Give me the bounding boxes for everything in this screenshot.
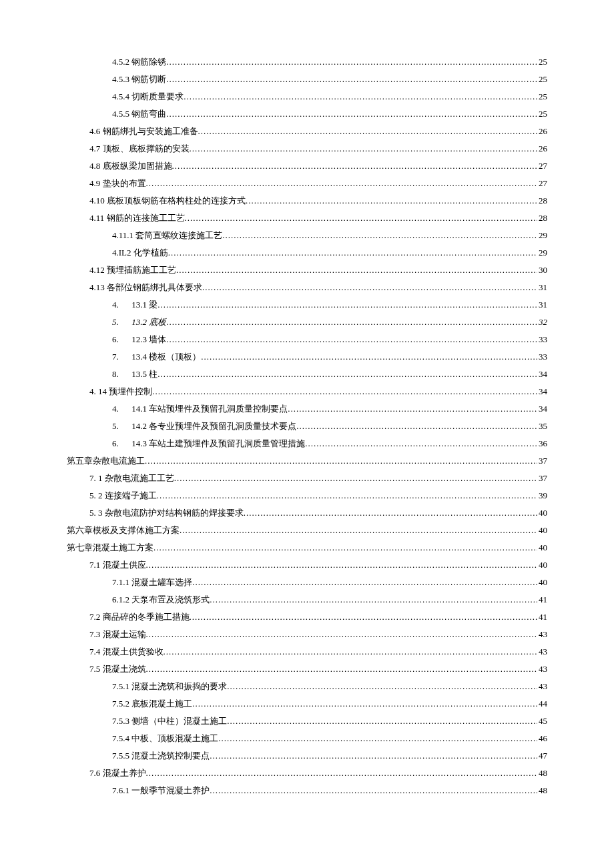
toc-entry: 4.9 垫块的布置 27 (67, 175, 547, 192)
toc-page-number: 28 (537, 209, 547, 227)
toc-page-number: 39 (537, 487, 547, 504)
toc-entry: 5. 2 连接端子施工 39 (67, 487, 547, 504)
toc-leader-dots (166, 53, 537, 71)
toc-entry: 4.IL2 化学植筋 29 (67, 244, 547, 262)
toc-entry: 4.5.5 钢筋弯曲 25 (67, 105, 547, 123)
toc-entry: 8. 13.5 柱 34 (67, 366, 547, 383)
toc-label: 4. 14.1 车站预埋件及预留孔洞质量控制要点 (112, 400, 288, 418)
toc-leader-dots (210, 591, 537, 608)
toc-list-number: 4. (89, 386, 96, 396)
toc-leader-dots (222, 227, 537, 244)
toc-label: 7.5.4 中板、顶板混凝土施工 (112, 730, 218, 747)
toc-entry: 4.8 底板纵梁加固措施 27 (67, 157, 547, 175)
toc-leader-dots (166, 71, 537, 88)
toc-page-number: 29 (537, 244, 547, 262)
toc-label: 6.1.2 天泵布置及浇筑形式 (112, 591, 210, 608)
toc-entry: 7.2 商品碎的冬季施工措施 41 (67, 608, 547, 626)
toc-page-number: 40 (537, 574, 547, 591)
toc-leader-dots (227, 713, 537, 730)
toc-label: 4.5.4 切断质量要求 (112, 88, 184, 105)
toc-entry: 7. 1 杂散电流施工工艺 37 (67, 470, 547, 487)
toc-label: 6. 12.3 墙体 (112, 331, 166, 348)
toc-leader-dots (146, 556, 538, 574)
toc-label: 4.6 钢筋绑扎与安装施工准备 (89, 123, 198, 140)
toc-label: 4.10 底板顶板钢筋在格构柱处的连接方式 (89, 192, 246, 209)
toc-label: 4.7 顶板、底板撑筋的安装 (89, 140, 190, 157)
toc-leader-dots (192, 574, 537, 591)
toc-label: 第五章杂散电流施工 (67, 452, 145, 470)
toc-page-number: 33 (537, 348, 547, 366)
toc-page-number: 45 (537, 713, 547, 730)
toc-entry: 4.11.1 套筒直螺纹连接施工艺 29 (67, 227, 547, 244)
toc-list-number: 7. (112, 348, 129, 366)
toc-leader-dots (210, 747, 537, 765)
toc-label: 5. 3 杂散电流防护对结构钢筋的焊接要求 (89, 504, 244, 522)
toc-label: 7.5.1 混凝土浇筑和振捣的要求 (112, 678, 227, 695)
toc-leader-dots (166, 105, 537, 123)
toc-list-number: 5. (112, 418, 129, 435)
toc-label: 7.3 混凝土运输 (89, 626, 146, 643)
toc-label: 4.5.3 钢筋切断 (112, 71, 166, 88)
toc-page-number: 26 (537, 140, 547, 157)
toc-entry: 5. 13.2 底板 32 (67, 314, 547, 331)
toc-label: 4.12 预埋插筋施工工艺 (89, 262, 176, 279)
toc-page-number: 41 (537, 608, 547, 626)
toc-page-number: 40 (537, 539, 547, 556)
toc-entry: 7.5.5 混凝土浇筑控制要点 47 (67, 747, 547, 765)
toc-leader-dots (157, 487, 537, 504)
toc-leader-dots (190, 140, 538, 157)
toc-entry: 7.6 混凝土养护 48 (67, 765, 547, 782)
toc-list-number: 6. (112, 331, 129, 348)
toc-page-number: 40 (537, 504, 547, 522)
toc-entry: 7.5 混凝土浇筑 43 (67, 661, 547, 678)
toc-label: 7.2 商品碎的冬季施工措施 (89, 608, 190, 626)
toc-entry: 7. 13.4 楼板（顶板） 33 (67, 348, 547, 366)
toc-leader-dots (198, 123, 538, 140)
toc-leader-dots (154, 539, 537, 556)
toc-label: 4.5.5 钢筋弯曲 (112, 105, 166, 123)
toc-label: 7.5.3 侧墙（中柱）混凝土施工 (112, 713, 227, 730)
toc-label-text: 14.3 车站土建预埋件及预留孔洞质量管理措施 (129, 438, 305, 448)
toc-leader-dots (146, 626, 538, 643)
toc-entry: 4. 14 预埋件控制 34 (67, 383, 547, 400)
toc-label: 4.11 钢筋的连接施工工艺 (89, 209, 185, 227)
toc-entry: 7.6.1 一般季节混凝土养护 48 (67, 782, 547, 799)
toc-page-number: 32 (537, 314, 547, 331)
toc-entry: 7.1.1 混凝土罐车选择 40 (67, 574, 547, 591)
toc-page-number: 48 (537, 782, 547, 799)
toc-page-number: 40 (537, 522, 547, 539)
toc-leader-dots (172, 157, 538, 175)
toc-page-number: 31 (537, 296, 547, 314)
toc-entry: 4.5.3 钢筋切断 25 (67, 71, 547, 88)
toc-label: 4. 13.1 梁 (112, 296, 158, 314)
toc-label-text: 2 连接端子施工 (96, 490, 157, 500)
toc-label: 7.5.5 混凝土浇筑控制要点 (112, 747, 210, 765)
toc-label: 4.IL2 化学植筋 (112, 244, 168, 262)
toc-leader-dots (201, 348, 537, 366)
toc-label: 5. 13.2 底板 (112, 314, 166, 331)
toc-entry: 4.10 底板顶板钢筋在格构柱处的连接方式 28 (67, 192, 547, 209)
toc-page-number: 34 (537, 383, 547, 400)
toc-label: 7.6.1 一般季节混凝土养护 (112, 782, 210, 799)
toc-label-text: 12.3 墙体 (129, 334, 166, 344)
toc-page-number: 37 (537, 452, 547, 470)
toc-entry: 4.13 各部位钢筋绑扎具体要求 31 (67, 279, 547, 296)
toc-leader-dots (218, 730, 537, 747)
toc-label: 第六章模板及支撑体施工方案 (67, 522, 180, 539)
toc-page-number: 25 (537, 71, 547, 88)
toc-label-text: 13.1 梁 (129, 300, 158, 310)
toc-entry: 4.7 顶板、底板撑筋的安装 26 (67, 140, 547, 157)
toc-page-number: 25 (537, 88, 547, 105)
toc-leader-dots (202, 279, 537, 296)
toc-leader-dots (296, 418, 537, 435)
toc-leader-dots (305, 435, 537, 452)
toc-leader-dots (166, 331, 537, 348)
toc-list-number: 5. (89, 508, 96, 518)
toc-page-number: 28 (537, 192, 547, 209)
toc-page-number: 43 (537, 643, 547, 661)
toc-entry: 第七章混凝土施工方案 40 (67, 539, 547, 556)
toc-leader-dots (227, 678, 537, 695)
toc-label: 4.13 各部位钢筋绑扎具体要求 (89, 279, 202, 296)
toc-page-number: 26 (537, 123, 547, 140)
toc-leader-dots (146, 175, 538, 192)
